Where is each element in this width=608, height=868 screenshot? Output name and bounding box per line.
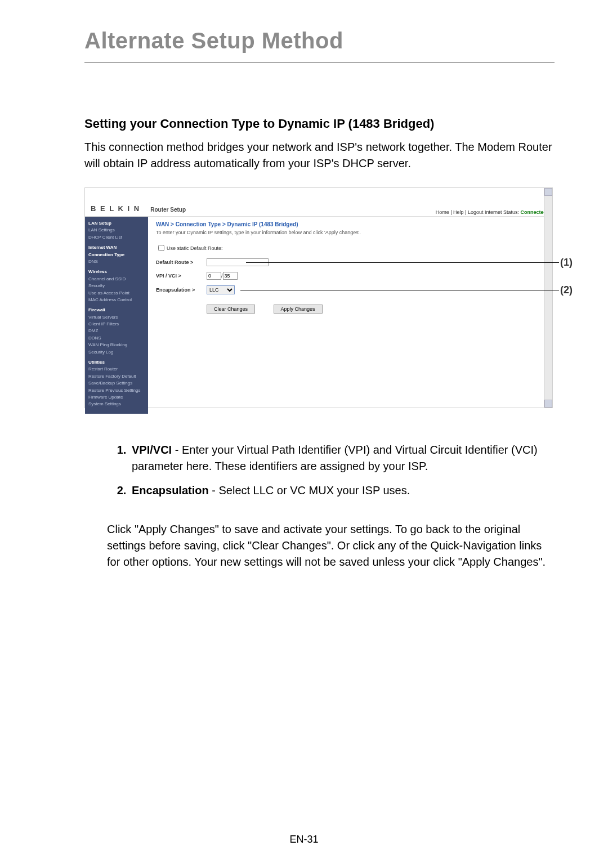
sidebar-item-security-log[interactable]: Security Log <box>88 349 145 356</box>
vci-input[interactable] <box>223 272 238 280</box>
sidebar-item-restore-prev[interactable]: Restore Previous Settings <box>88 387 145 394</box>
sidebar-cat-lan: LAN Setup <box>88 220 145 227</box>
breadcrumb: WAN > Connection Type > Dynamic IP (1483… <box>156 221 544 227</box>
sidebar-item-virtual-servers[interactable]: Virtual Servers <box>88 314 145 321</box>
form-description: To enter your Dynamic IP settings, type … <box>156 230 544 235</box>
instruction-list: VPI/VCI - Enter your Virtual Path Identi… <box>84 442 555 499</box>
clear-changes-button[interactable]: Clear Changes <box>207 305 255 314</box>
callout-line-1 <box>246 262 559 263</box>
scroll-up-icon[interactable] <box>544 188 552 196</box>
sidebar-cat-utilities: Utilities <box>88 359 145 366</box>
divider <box>84 62 555 63</box>
sidebar-item-system[interactable]: System Settings <box>88 401 145 408</box>
list-item-2: Encapsulation - Select LLC or VC MUX you… <box>129 482 555 499</box>
static-route-label: Use static Default Route: <box>167 245 223 251</box>
sidebar-item-restart[interactable]: Restart Router <box>88 366 145 373</box>
header-links: Home | Help | Logout Internet Status: Co… <box>436 209 547 216</box>
header-nav-links[interactable]: Home | Help | Logout Internet Status: <box>436 209 521 215</box>
sidebar-item-client-ip[interactable]: Client IP Filters <box>88 321 145 328</box>
sidebar-item-dns[interactable]: DNS <box>88 258 145 265</box>
list-item-1-label: VPI/VCI <box>132 444 172 456</box>
intro-paragraph: This connection method bridges your netw… <box>84 139 555 172</box>
vpi-vci-label: VPI / VCI > <box>156 273 207 279</box>
vpi-input[interactable] <box>207 272 221 280</box>
apply-changes-button[interactable]: Apply Changes <box>274 305 323 314</box>
callout-line-2 <box>240 290 559 290</box>
default-route-label: Default Route > <box>156 259 207 265</box>
page-number: EN-31 <box>0 834 608 845</box>
closing-paragraph: Click "Apply Changes" to save and activa… <box>107 521 555 570</box>
sidebar-item-dhcp[interactable]: DHCP Client List <box>88 234 145 241</box>
list-item-2-text: - Select LLC or VC MUX your ISP uses. <box>209 484 410 496</box>
sidebar-item-restore-default[interactable]: Restore Factory Default <box>88 373 145 380</box>
page-title: Alternate Setup Method <box>84 28 555 53</box>
list-item-2-label: Encapsulation <box>132 484 209 496</box>
sidebar-item-save-backup[interactable]: Save/Backup Settings <box>88 380 145 387</box>
sidebar-cat-firewall: Firewall <box>88 307 145 314</box>
callout-2: (2) <box>560 284 573 296</box>
sidebar-item-wan-ping[interactable]: WAN Ping Blocking <box>88 342 145 348</box>
sidebar-item-lan-settings[interactable]: LAN Settings <box>88 227 145 234</box>
sidebar-item-ddns[interactable]: DDNS <box>88 335 145 342</box>
sidebar-nav: LAN Setup LAN Settings DHCP Client List … <box>85 217 148 414</box>
sidebar-cat-wan: Internet WAN <box>88 244 145 251</box>
embedded-screenshot: B E L K I N Router Setup Home | Help | L… <box>84 187 555 408</box>
sidebar-item-channel-ssid[interactable]: Channel and SSID <box>88 276 145 283</box>
brand-logo: B E L K I N <box>91 204 140 216</box>
list-item-1: VPI/VCI - Enter your Virtual Path Identi… <box>129 442 555 475</box>
encapsulation-select[interactable]: LLC <box>207 285 235 294</box>
section-subhead: Setting your Connection Type to Dynamic … <box>84 117 555 131</box>
list-item-1-text: - Enter your Virtual Path Identifier (VP… <box>132 444 538 472</box>
status-badge: Connected <box>520 209 547 215</box>
sidebar-item-connection-type[interactable]: Connection Type <box>88 252 145 258</box>
sidebar-item-dmz[interactable]: DMZ <box>88 328 145 334</box>
sidebar-item-security[interactable]: Security <box>88 283 145 289</box>
sidebar-item-mac[interactable]: MAC Address Control <box>88 297 145 303</box>
sidebar-item-accesspoint[interactable]: Use as Access Point <box>88 290 145 297</box>
router-setup-title: Router Setup <box>150 207 186 216</box>
callout-1: (1) <box>560 257 573 269</box>
encapsulation-label: Encapsulation > <box>156 287 207 293</box>
sidebar-item-firmware[interactable]: Firmware Update <box>88 394 145 401</box>
static-route-checkbox[interactable] <box>158 245 164 251</box>
sidebar-cat-wireless: Wireless <box>88 269 145 275</box>
